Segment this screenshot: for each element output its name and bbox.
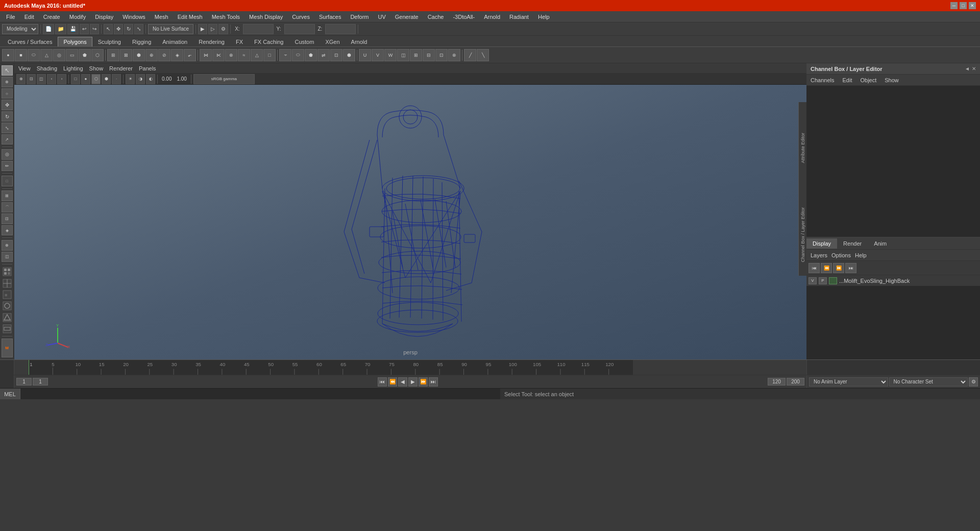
paint-tool[interactable]: ✏ (2, 161, 13, 171)
vp-camera-btn[interactable]: ⊕ (16, 74, 26, 84)
tab-sculpting[interactable]: Sculpting (92, 37, 127, 46)
menu-modify[interactable]: Modify (65, 13, 90, 21)
vp-menu-view[interactable]: View (18, 65, 31, 71)
tool-uv1[interactable]: U (359, 49, 371, 61)
cb-tab-edit[interactable]: Edit (842, 77, 852, 83)
show-manip[interactable]: □ (2, 176, 13, 186)
tool-fill-hole[interactable]: ⊡ (330, 49, 342, 61)
select-btn[interactable]: ↖ (104, 24, 113, 34)
redo-btn[interactable]: ↪ (90, 24, 99, 34)
cb-tab-channels[interactable]: Channels (811, 77, 834, 83)
left-extra-5[interactable] (2, 312, 13, 322)
tool-uv5[interactable]: ⊞ (410, 49, 422, 61)
menu-generate[interactable]: Generate (391, 13, 423, 21)
tool-quad[interactable]: □ (263, 49, 276, 61)
tool-uv3[interactable]: W (384, 49, 397, 61)
tool-wedge[interactable]: ⬐ (184, 49, 196, 61)
minimize-button[interactable]: ─ (950, 2, 958, 9)
menu-edit[interactable]: Edit (20, 13, 38, 21)
transport-prev-frame[interactable]: ⏪ (388, 377, 397, 387)
lasso-tool[interactable]: ○ (2, 88, 13, 99)
vp-light2[interactable]: ◑ (136, 74, 145, 84)
tool-bridge[interactable]: ⊠ (120, 49, 132, 61)
render-btn[interactable]: ▶ (198, 24, 207, 34)
snap-grid[interactable]: ⊞ (2, 190, 13, 201)
menu-help[interactable]: Help (534, 13, 554, 21)
transport-play-fwd[interactable]: ▶ (408, 377, 418, 387)
range-end-val[interactable] (768, 378, 786, 385)
snap-view[interactable]: ◈ (2, 225, 13, 235)
tool-smooth[interactable]: ≈ (238, 49, 250, 61)
snap-curve[interactable]: ⌒ (2, 202, 13, 212)
menu-radiant[interactable]: Radiant (505, 13, 533, 21)
tool-crease2[interactable]: ╲ (477, 49, 489, 61)
select-tool[interactable]: ↖ (2, 65, 13, 76)
tab-fx[interactable]: FX (230, 37, 249, 46)
render-seq-btn[interactable]: ▷ (208, 24, 217, 34)
tool-harden[interactable]: ⬟ (305, 49, 317, 61)
menu-deform[interactable]: Deform (346, 13, 373, 21)
layer-tab-display[interactable]: Display (806, 238, 837, 249)
attribute-editor-tab[interactable]: Attribute Editor (798, 102, 806, 194)
layer-tab-render[interactable]: Render (837, 238, 868, 249)
menu-windows[interactable]: Windows (118, 13, 150, 21)
transport-play-back[interactable]: ◀ (398, 377, 407, 387)
tool-uv8[interactable]: ⊗ (448, 49, 460, 61)
cb-ctrl-2[interactable]: ✕ (972, 66, 976, 71)
anim-layer-dropdown[interactable]: No Anim Layer (809, 377, 888, 387)
cb-ctrl-1[interactable]: ◄ (965, 66, 970, 71)
snap-point[interactable]: ⊡ (2, 213, 13, 224)
mel-label[interactable]: MEL (0, 389, 20, 399)
tool-cube[interactable]: ■ (15, 49, 27, 61)
tab-fx-caching[interactable]: FX Caching (249, 37, 289, 46)
viewport-3d[interactable]: persp Y X Z (14, 85, 806, 359)
tool-flip[interactable]: ⇌ (317, 49, 330, 61)
vp-smooth[interactable]: ● (81, 74, 90, 84)
left-extra-2[interactable] (2, 278, 13, 288)
range-frame-input[interactable] (33, 378, 48, 385)
tab-xgen[interactable]: XGen (320, 37, 345, 46)
menu-surfaces[interactable]: Surfaces (315, 13, 345, 21)
layer-prev-prev[interactable]: ⏮ (808, 263, 820, 273)
transport-go-start[interactable]: ⏮ (378, 377, 387, 387)
layer-next[interactable]: ⏩ (833, 263, 844, 273)
new-btn[interactable]: 📄 (43, 24, 54, 34)
tool-sphere[interactable]: ● (2, 49, 14, 61)
layer-row-0[interactable]: V P ...Molift_EvoSling_HighBack (806, 275, 980, 286)
tool-crease1[interactable]: ╱ (464, 49, 476, 61)
open-btn[interactable]: 📁 (55, 24, 66, 34)
vp-wire-on-shaded[interactable]: ⬡ (91, 74, 101, 84)
layer-next-next[interactable]: ⏭ (845, 263, 856, 273)
channel-box-side-tab[interactable]: Channel Box / Layer Editor (798, 194, 806, 276)
vp-bounding[interactable]: ⬢ (102, 74, 111, 84)
isolate-sel[interactable]: ⊕ (2, 240, 13, 250)
maximize-button[interactable]: □ (960, 2, 967, 9)
layer-opt-options[interactable]: Options (831, 252, 851, 258)
left-extra-6[interactable] (2, 324, 13, 334)
tab-rigging[interactable]: Rigging (127, 37, 157, 46)
time-ruler[interactable]: 1 5 10 15 20 25 30 35 40 45 50 (29, 360, 633, 375)
rotate-btn[interactable]: ↻ (124, 24, 133, 34)
vp-light1[interactable]: ☀ (126, 74, 135, 84)
layer-p-0[interactable]: P (819, 277, 827, 284)
left-extra-3[interactable]: ≡ (2, 289, 13, 300)
tool-uv6[interactable]: ⊟ (423, 49, 435, 61)
tool-cylinder[interactable]: ⬭ (28, 49, 40, 61)
tab-rendering[interactable]: Rendering (193, 37, 230, 46)
range-max-val[interactable] (787, 378, 804, 385)
transport-go-end[interactable]: ⏭ (429, 377, 438, 387)
scale-tool[interactable]: ⤡ (2, 123, 13, 133)
tool-poke[interactable]: ◈ (171, 49, 183, 61)
tool-merge[interactable]: ⊕ (145, 49, 158, 61)
scale-btn[interactable]: ⤡ (134, 24, 143, 34)
vp-frame-sel[interactable]: ◫ (37, 74, 46, 84)
vp-prev[interactable]: ‹ (47, 74, 56, 84)
menu-mesh-tools[interactable]: Mesh Tools (208, 13, 244, 21)
mode-dropdown[interactable]: Modeling (2, 24, 38, 34)
tool-soften[interactable]: ⬭ (292, 49, 304, 61)
tool-torus[interactable]: ◎ (53, 49, 65, 61)
tab-custom[interactable]: Custom (289, 37, 320, 46)
move-btn[interactable]: ✥ (114, 24, 123, 34)
tool-bevel[interactable]: ⬢ (133, 49, 145, 61)
last-tool[interactable]: ↗ (2, 134, 13, 144)
